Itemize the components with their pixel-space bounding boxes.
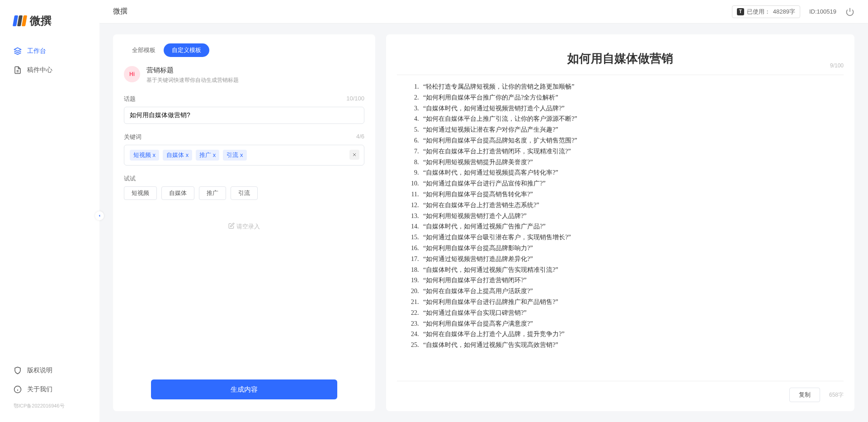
- suggest-chip[interactable]: 短视频: [124, 186, 157, 200]
- output-item: “如何在自媒体平台上推广引流，让你的客户源源不断?”: [420, 114, 840, 124]
- text-square-icon: T: [737, 8, 744, 15]
- generate-button[interactable]: 生成内容: [151, 379, 337, 399]
- keyword-tag[interactable]: 引流 x: [223, 150, 246, 161]
- output-item: “如何利用自媒体平台推广你的产品?全方位解析”: [420, 92, 840, 103]
- suggest-chip[interactable]: 自媒体: [161, 186, 194, 200]
- logo: 微撰: [0, 14, 99, 42]
- user-id: ID:100519: [809, 8, 836, 15]
- icp-footer: 鄂ICP备2022016946号: [0, 399, 99, 413]
- output-item: “如何在自媒体平台上打造营销闭环，实现精准引流?”: [420, 146, 840, 157]
- copy-button[interactable]: 复制: [789, 388, 820, 402]
- output-item: “如何在自媒体平台上打造个人品牌，提升竞争力?”: [420, 329, 840, 340]
- edit-icon: [228, 223, 235, 229]
- keywords-label: 关键词: [124, 133, 142, 141]
- chevron-left-icon: [97, 213, 102, 218]
- output-item: “如何利用自媒体平台提高品牌知名度，扩大销售范围?”: [420, 135, 840, 146]
- keyword-tag[interactable]: 短视频 x: [130, 150, 159, 161]
- doc-icon: [14, 66, 22, 74]
- output-item: “自媒体时代，如何通过视频广告实现精准引流?”: [420, 265, 840, 275]
- output-item: “自媒体时代，如何通过短视频营销打造个人品牌?”: [420, 103, 840, 114]
- output-footer: 复制 658字: [397, 381, 844, 402]
- output-wordcount: 9/100: [830, 62, 844, 69]
- output-item: “如何利用自媒体平台提高销售转化率?”: [420, 189, 840, 200]
- input-panel: 全部模板 自定义模板 Hi 营销标题 基于关键词快速帮你自动生成营销标题 话题 …: [113, 34, 375, 411]
- char-count: 658字: [829, 391, 844, 399]
- topic-counter: 10/100: [346, 95, 364, 103]
- topbar: 微撰 T 已使用： 48289字 ID:100519: [99, 0, 868, 24]
- usage-value: 48289字: [773, 8, 795, 16]
- output-item: “如何利用自媒体平台提高品牌影响力?”: [420, 243, 840, 254]
- output-item: “如何通过自媒体平台实现口碑营销?”: [420, 308, 840, 318]
- output-item: “轻松打造专属品牌短视频，让你的营销之路更加顺畅”: [420, 81, 840, 92]
- suggest-field: 试试 短视频自媒体推广引流: [124, 175, 364, 200]
- usage-prefix: 已使用：: [747, 8, 770, 16]
- topic-field: 话题 10/100: [124, 95, 364, 124]
- usage-badge[interactable]: T 已使用： 48289字: [732, 5, 800, 18]
- sidebar-collapse-button[interactable]: [95, 211, 104, 220]
- clear-tags-button[interactable]: [349, 150, 359, 160]
- nav-label: 稿件中心: [27, 66, 52, 74]
- shield-icon: [14, 366, 22, 375]
- output-item: “如何利用自媒体平台提高客户满意度?”: [420, 318, 840, 329]
- output-list: “轻松打造专属品牌短视频，让你的营销之路更加顺畅”“如何利用自媒体平台推广你的产…: [397, 81, 844, 381]
- x-icon: [352, 152, 357, 157]
- output-item: “如何通过短视频让潜在客户对你产品产生兴趣?”: [420, 124, 840, 135]
- output-item: “如何通过自媒体平台吸引潜在客户，实现销售增长?”: [420, 232, 840, 243]
- suggest-chip[interactable]: 推广: [199, 186, 226, 200]
- nav-item-workspace[interactable]: 工作台: [0, 42, 99, 61]
- hint-area: 请空录入: [124, 209, 364, 379]
- nav-label: 关于我们: [27, 385, 52, 394]
- page-title: 微撰: [113, 7, 127, 16]
- sidebar: 微撰 工作台 稿件中心 版权说明 关于我们 鄂ICP备2022016946号: [0, 0, 99, 422]
- topic-input[interactable]: [124, 107, 364, 124]
- nav-item-about[interactable]: 关于我们: [0, 380, 99, 399]
- cube-icon: [14, 47, 22, 55]
- suggest-chip[interactable]: 引流: [231, 186, 258, 200]
- keyword-tag[interactable]: 自媒体 x: [163, 150, 192, 161]
- tab-all-templates[interactable]: 全部模板: [124, 43, 164, 57]
- tab-custom-templates[interactable]: 自定义模板: [164, 43, 209, 57]
- power-icon[interactable]: [845, 7, 854, 16]
- template-title: 营销标题: [146, 66, 239, 75]
- topic-label: 话题: [124, 95, 136, 103]
- output-item: “自媒体时代，如何通过视频广告实现高效营销?”: [420, 340, 840, 351]
- output-panel: 如何用自媒体做营销 9/100 “轻松打造专属品牌短视频，让你的营销之路更加顺畅…: [386, 34, 854, 411]
- divider: [397, 75, 844, 75]
- output-item: “如何通过短视频营销打造品牌差异化?”: [420, 254, 840, 265]
- output-item: “如何利用短视频营销提升品牌美誉度?”: [420, 157, 840, 168]
- output-title: 如何用自媒体做营销: [397, 43, 844, 69]
- template-header: Hi 营销标题 基于关键词快速帮你自动生成营销标题: [124, 66, 364, 84]
- output-item: “自媒体时代，如何通过视频广告推广产品?”: [420, 221, 840, 232]
- hint-text: 请空录入: [236, 223, 260, 231]
- keywords-counter: 4/6: [356, 133, 364, 141]
- template-desc: 基于关键词快速帮你自动生成营销标题: [146, 76, 239, 84]
- template-hi-icon: Hi: [124, 66, 140, 82]
- nav-lower: 版权说明 关于我们 鄂ICP备2022016946号: [0, 361, 99, 422]
- keywords-input[interactable]: 短视频 x自媒体 x推广 x引流 x: [124, 145, 364, 166]
- keyword-tag[interactable]: 推广 x: [196, 150, 219, 161]
- output-item: “如何在自媒体平台上打造营销生态系统?”: [420, 200, 840, 211]
- template-tabs: 全部模板 自定义模板: [124, 43, 364, 57]
- output-item: “如何利用自媒体平台进行品牌推广和产品销售?”: [420, 297, 840, 308]
- logo-text: 微撰: [30, 14, 52, 28]
- info-icon: [14, 385, 22, 394]
- nav-label: 工作台: [27, 47, 46, 55]
- nav-item-copyright[interactable]: 版权说明: [0, 361, 99, 380]
- output-item: “如何利用自媒体平台打造营销闭环?”: [420, 275, 840, 286]
- nav-primary: 工作台 稿件中心: [0, 42, 99, 361]
- output-item: “如何在自媒体平台上提高用户活跃度?”: [420, 286, 840, 297]
- output-item: “如何利用短视频营销打造个人品牌?”: [420, 211, 840, 222]
- suggest-label: 试试: [124, 175, 136, 183]
- nav-item-drafts[interactable]: 稿件中心: [0, 61, 99, 80]
- output-item: “自媒体时代，如何通过短视频提高客户转化率?”: [420, 167, 840, 178]
- logo-mark-icon: [14, 15, 26, 26]
- keywords-field: 关键词 4/6 短视频 x自媒体 x推广 x引流 x: [124, 133, 364, 166]
- output-item: “如何通过自媒体平台进行产品宣传和推广?”: [420, 178, 840, 189]
- nav-label: 版权说明: [27, 366, 52, 375]
